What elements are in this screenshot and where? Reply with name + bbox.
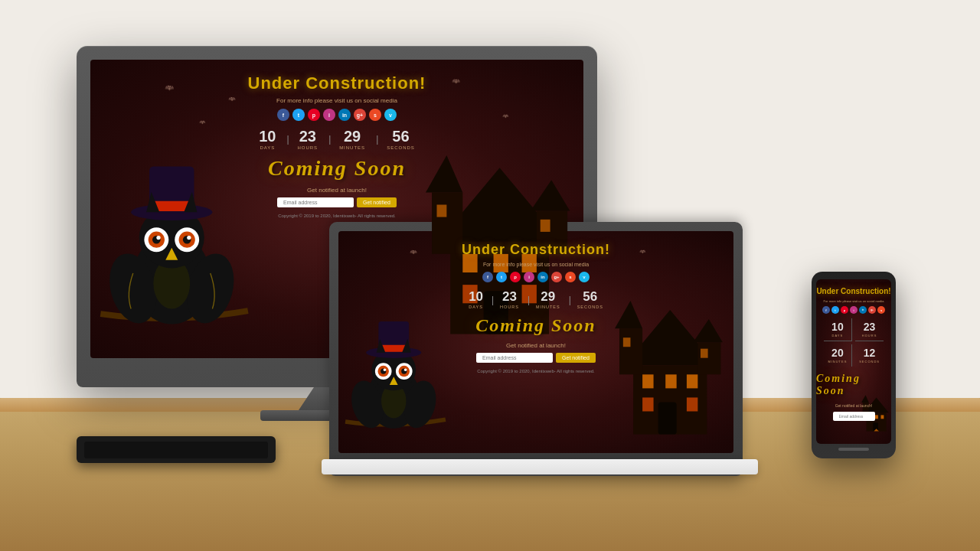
phone-twitter-icon[interactable]: t	[831, 306, 839, 314]
googleplus-icon[interactable]: g+	[354, 109, 366, 121]
phone-frame: Under Construction! For more info please…	[812, 272, 896, 458]
svg-rect-43	[687, 397, 697, 411]
laptop-website: 🦇 🦇 🦇	[338, 231, 733, 453]
hours-value: 23	[297, 129, 318, 144]
coming-soon-heading: Coming Soon	[268, 156, 406, 181]
laptop-social-icons: f t p i in g+ s v	[482, 272, 590, 282]
laptop-countdown-hours: 23 HOURS	[492, 290, 528, 309]
svg-rect-41	[687, 374, 697, 388]
laptop-facebook-icon[interactable]: f	[482, 272, 493, 282]
instagram-icon[interactable]: i	[323, 109, 335, 121]
phone-countdown-minutes: 20 MINUTES	[824, 344, 852, 367]
laptop-email-row: Get notified	[476, 353, 596, 363]
phone-email-input[interactable]	[833, 412, 875, 421]
vimeo-icon[interactable]: v	[384, 109, 397, 121]
svg-rect-40	[665, 374, 676, 388]
facebook-icon[interactable]: f	[277, 109, 289, 121]
laptop-hours-value: 23	[500, 290, 519, 303]
twitter-icon[interactable]: t	[292, 109, 305, 121]
laptop-days-value: 10	[469, 290, 483, 303]
laptop-copyright-text: Copyright © 2019 to 2020, Identixweb- Al…	[477, 369, 595, 373]
email-subscription-row: Get notified	[277, 197, 397, 207]
notify-button[interactable]: Get notified	[357, 197, 397, 207]
laptop-seconds-value: 56	[577, 290, 603, 303]
minutes-label: MINUTES	[339, 145, 365, 150]
laptop-tray	[322, 459, 758, 474]
phone-googleplus-icon[interactable]: g+	[868, 306, 876, 314]
phone-screen: Under Construction! For more info please…	[816, 279, 891, 444]
svg-rect-13	[541, 220, 550, 232]
phone: Under Construction! For more info please…	[812, 272, 896, 458]
phone-days-value: 10	[827, 321, 848, 332]
phone-hours-value: 23	[858, 321, 880, 332]
laptop-instagram-icon[interactable]: i	[524, 272, 534, 282]
tablet-frame	[77, 436, 276, 463]
phone-linkedin-icon[interactable]: in	[859, 306, 867, 314]
phone-minutes-label: MINUTES	[827, 360, 848, 364]
laptop-notify-button[interactable]: Get notified	[556, 353, 596, 363]
phone-page-subtitle: For more info please visit us on social …	[824, 299, 884, 303]
seconds-value: 56	[387, 129, 415, 144]
page-subtitle: For more info please visit us on social …	[276, 97, 397, 104]
laptop-hours-label: HOURS	[500, 305, 519, 309]
laptop: 🦇 🦇 🦇	[329, 222, 743, 476]
laptop-twitter-icon[interactable]: t	[496, 272, 507, 282]
svg-rect-42	[642, 397, 653, 411]
phone-page-content: Under Construction! For more info please…	[816, 279, 891, 421]
laptop-countdown-seconds: 56 SECONDS	[569, 290, 612, 309]
laptop-seconds-label: SECONDS	[577, 305, 603, 309]
phone-page-title: Under Construction!	[816, 287, 890, 295]
laptop-page-title: Under Construction!	[462, 242, 610, 258]
days-value: 10	[259, 129, 276, 144]
laptop-minutes-label: MINUTES	[536, 305, 560, 309]
laptop-vimeo-icon[interactable]: v	[579, 272, 590, 282]
phone-countdown-days: 10 DAYS	[824, 318, 852, 341]
linkedin-icon[interactable]: in	[338, 109, 351, 121]
phone-coming-soon-heading: Coming Soon	[816, 373, 891, 397]
laptop-page-content: Under Construction! For more info please…	[338, 231, 733, 373]
laptop-minutes-value: 29	[536, 290, 560, 303]
laptop-countdown: 10 DAYS 23 HOURS 29 MINUTES 56	[460, 290, 612, 309]
countdown-hours: 23 HOURS	[286, 129, 328, 150]
laptop-stumbleupon-icon[interactable]: s	[565, 272, 576, 282]
countdown-timer: 10 DAYS 23 HOURS 29 MINUTES 56	[248, 129, 426, 150]
page-content: Under Construction! For more info please…	[90, 60, 583, 218]
phone-hours-label: HOURS	[858, 334, 880, 337]
phone-countdown: 10 DAYS 23 HOURS 20 MINUTES 12	[824, 318, 884, 367]
copyright-text: Copyright © 2019 to 2020, Identixweb- Al…	[278, 214, 396, 218]
phone-days-label: DAYS	[827, 334, 848, 337]
laptop-countdown-minutes: 29 MINUTES	[528, 290, 569, 309]
phone-stumbleupon-icon[interactable]: s	[877, 306, 885, 314]
laptop-linkedin-icon[interactable]: in	[537, 272, 548, 282]
phone-email-row	[833, 412, 875, 421]
pinterest-icon[interactable]: p	[308, 109, 320, 121]
social-icons-row: f t p i in g+ s v	[277, 109, 397, 121]
seconds-label: SECONDS	[387, 145, 415, 150]
phone-website: Under Construction! For more info please…	[816, 279, 891, 444]
phone-countdown-seconds: 12 SECONDS	[855, 344, 884, 367]
svg-point-29	[187, 235, 191, 239]
phone-notify-label: Get notified at launch!	[835, 403, 873, 408]
svg-point-28	[156, 235, 160, 239]
svg-rect-44	[658, 402, 677, 434]
tablet-on-desk	[77, 436, 276, 467]
laptop-screen: 🦇 🦇 🦇	[338, 231, 733, 453]
stumbleupon-icon[interactable]: s	[369, 109, 381, 121]
laptop-days-label: DAYS	[469, 305, 483, 309]
phone-home-indicator	[838, 448, 869, 451]
phone-minutes-value: 20	[827, 347, 848, 358]
laptop-email-input[interactable]	[476, 353, 553, 363]
notify-label: Get notified at launch!	[307, 187, 367, 194]
laptop-page-subtitle: For more info please visit us on social …	[483, 262, 589, 267]
laptop-notify-label: Get notified at launch!	[506, 342, 566, 349]
phone-facebook-icon[interactable]: f	[822, 306, 830, 314]
laptop-coming-soon-heading: Coming Soon	[475, 315, 596, 336]
phone-instagram-icon[interactable]: i	[850, 306, 858, 314]
laptop-pinterest-icon[interactable]: p	[510, 272, 521, 282]
page-title: Under Construction!	[248, 73, 426, 93]
countdown-minutes: 29 MINUTES	[328, 129, 376, 150]
email-input[interactable]	[277, 197, 354, 207]
laptop-googleplus-icon[interactable]: g+	[551, 272, 562, 282]
laptop-countdown-days: 10 DAYS	[460, 290, 492, 309]
phone-pinterest-icon[interactable]: p	[841, 306, 848, 314]
